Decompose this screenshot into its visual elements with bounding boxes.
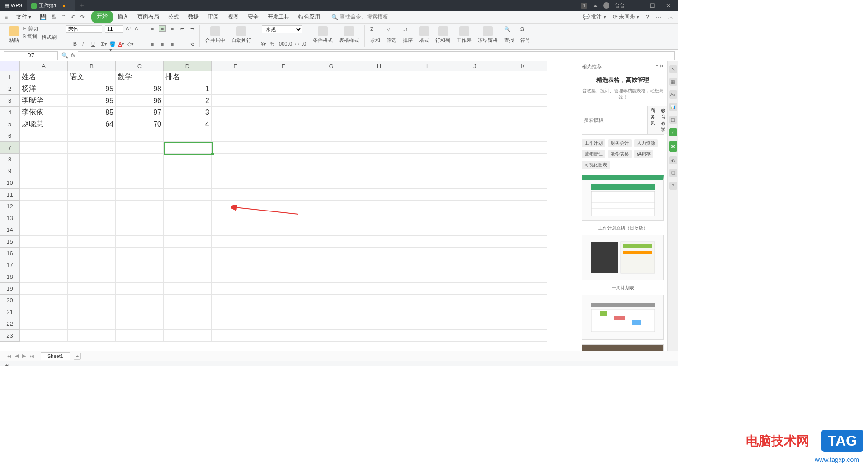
row-header-14[interactable]: 14 (0, 224, 20, 236)
qat-redo-icon[interactable]: ↷ (80, 14, 85, 20)
cell-B11[interactable] (68, 189, 116, 201)
cell-J2[interactable] (451, 83, 499, 95)
menu-icon[interactable]: ≡ (5, 14, 8, 20)
cell-E8[interactable] (212, 154, 259, 165)
cell-H13[interactable] (355, 212, 403, 224)
row-header-7[interactable]: 7 (0, 142, 20, 154)
notification-badge[interactable]: 1 (581, 3, 587, 9)
cell-K11[interactable] (499, 189, 547, 201)
cell-J6[interactable] (451, 130, 499, 142)
cell-B6[interactable] (68, 130, 116, 142)
cell-K19[interactable] (499, 283, 547, 295)
cell-G14[interactable] (307, 224, 355, 236)
cell-E19[interactable] (212, 283, 259, 295)
cell-G3[interactable] (307, 95, 355, 107)
cell-F9[interactable] (259, 165, 307, 177)
cell-B14[interactable] (68, 224, 116, 236)
cell-J9[interactable] (451, 165, 499, 177)
col-header-A[interactable]: A (20, 61, 68, 71)
cell-G2[interactable] (307, 83, 355, 95)
add-sheet-button[interactable]: + (74, 352, 81, 360)
side-style-icon[interactable]: Aa (669, 90, 677, 99)
fx-icon[interactable]: fx (71, 52, 75, 59)
row-header-5[interactable]: 5 (0, 118, 20, 130)
tab-developer[interactable]: 开发工具 (263, 11, 294, 23)
cell-F20[interactable] (259, 295, 307, 306)
close-button[interactable]: ✕ (663, 2, 674, 9)
template-thumb-3[interactable] (582, 295, 664, 340)
row-header-8[interactable]: 8 (0, 154, 20, 165)
workbook-tab[interactable]: 工作簿1 ● (27, 0, 75, 11)
cell-F22[interactable] (259, 318, 307, 330)
cell-G17[interactable] (307, 259, 355, 271)
bold-icon[interactable]: B (73, 41, 80, 47)
decrease-font-icon[interactable]: A⁻ (135, 26, 141, 32)
template-search-input[interactable] (582, 106, 647, 134)
cell-A16[interactable] (20, 248, 68, 259)
cell-E1[interactable] (212, 71, 259, 83)
cell-K7[interactable] (499, 142, 547, 154)
cell-A17[interactable] (20, 259, 68, 271)
cloud-icon[interactable]: ☁ (593, 3, 598, 9)
cell-E20[interactable] (212, 295, 259, 306)
cell-A2[interactable]: 杨洋 (20, 83, 68, 95)
cell-K16[interactable] (499, 248, 547, 259)
row-header-15[interactable]: 15 (0, 236, 20, 248)
cell-C6[interactable] (116, 130, 164, 142)
cell-I16[interactable] (403, 248, 451, 259)
cell-C20[interactable] (116, 295, 164, 306)
sort-button[interactable]: ↓↑排序 (401, 25, 415, 45)
cell-C17[interactable] (116, 259, 164, 271)
cell-K4[interactable] (499, 107, 547, 118)
cell-J4[interactable] (451, 107, 499, 118)
merge-center-button[interactable]: 合并居中 (203, 25, 227, 45)
cell-D8[interactable] (164, 154, 212, 165)
cell-F3[interactable] (259, 95, 307, 107)
cell-C18[interactable] (116, 271, 164, 283)
cell-C7[interactable] (116, 142, 164, 154)
cell-A10[interactable] (20, 177, 68, 189)
cell-E23[interactable] (212, 330, 259, 342)
cell-K12[interactable] (499, 201, 547, 212)
cell-I12[interactable] (403, 201, 451, 212)
tag-inventory[interactable]: 供销存 (634, 150, 653, 158)
cell-F11[interactable] (259, 189, 307, 201)
cell-J15[interactable] (451, 236, 499, 248)
cell-F8[interactable] (259, 154, 307, 165)
align-middle-icon[interactable]: ≡ (159, 25, 166, 32)
cell-I15[interactable] (403, 236, 451, 248)
side-cube-icon[interactable]: ❑ (669, 169, 677, 177)
tab-view[interactable]: 视图 (223, 11, 243, 23)
cell-E2[interactable] (212, 83, 259, 95)
cell-H5[interactable] (355, 118, 403, 130)
sheet-first-icon[interactable]: ⏮ (5, 353, 13, 359)
cell-I20[interactable] (403, 295, 451, 306)
cell-I22[interactable] (403, 318, 451, 330)
cell-J17[interactable] (451, 259, 499, 271)
cell-I11[interactable] (403, 189, 451, 201)
sheet-last-icon[interactable]: ⏭ (28, 353, 36, 359)
align-left-icon[interactable]: ≡ (149, 41, 156, 47)
cell-I1[interactable] (403, 71, 451, 83)
cell-D5[interactable]: 4 (164, 118, 212, 130)
horizontal-scrollbar[interactable] (253, 354, 678, 358)
cell-F23[interactable] (259, 330, 307, 342)
cell-A4[interactable]: 李依依 (20, 107, 68, 118)
cell-K10[interactable] (499, 177, 547, 189)
col-header-F[interactable]: F (259, 61, 307, 71)
cell-D2[interactable]: 1 (164, 83, 212, 95)
cell-B22[interactable] (68, 318, 116, 330)
format-button[interactable]: 格式 (417, 25, 431, 45)
border-icon[interactable]: ⊞▾ (100, 41, 107, 47)
panel-menu-icon[interactable]: ≡ (656, 63, 658, 69)
cell-A9[interactable] (20, 165, 68, 177)
copy-button[interactable]: ⎘ 复制 (23, 33, 37, 42)
row-header-1[interactable]: 1 (0, 71, 20, 83)
row-header-21[interactable]: 21 (0, 306, 20, 318)
cut-button[interactable]: ✂ 剪切 (23, 25, 58, 32)
increase-decimal-icon[interactable]: .0→ (288, 41, 294, 47)
font-color-icon[interactable]: A▾ (118, 41, 125, 47)
cell-F1[interactable] (259, 71, 307, 83)
cell-J20[interactable] (451, 295, 499, 306)
cell-G13[interactable] (307, 212, 355, 224)
